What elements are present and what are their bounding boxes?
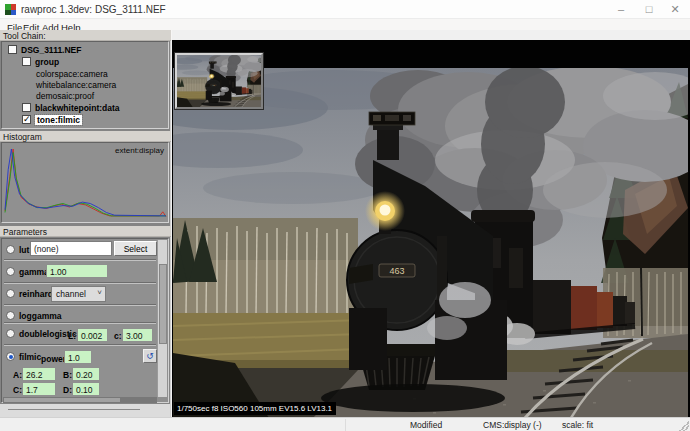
- tool-chain-header: Tool Chain:: [0, 30, 171, 41]
- title-bar: rawproc 1.3dev: DSG_3111.NEF – □ ✕: [0, 0, 690, 19]
- thumbnail-photo: [177, 55, 261, 107]
- toolchain-item-colorspace[interactable]: colorspace:camera: [36, 68, 108, 79]
- dlog-l-label: L:: [68, 331, 76, 341]
- status-scale: scale: fit: [562, 420, 593, 430]
- lut-file-input[interactable]: (none): [30, 241, 112, 256]
- reinhard-label: reinhard: [19, 289, 53, 299]
- filmic-d-field[interactable]: 0.10: [72, 382, 100, 396]
- checkbox-unchecked[interactable]: [8, 45, 17, 54]
- histogram-header: Histogram: [0, 131, 171, 142]
- histogram-curve-green: [5, 153, 166, 216]
- exif-info-overlay: 1/750sec f8 ISO560 105mm EV15.6 LV13.1: [174, 402, 336, 415]
- histogram-plot: [3, 144, 168, 221]
- loggamma-label: loggamma: [19, 311, 62, 321]
- row-divider: [4, 322, 156, 324]
- resize-grip-icon[interactable]: [679, 421, 689, 431]
- parameters-horizontal-scrollbar[interactable]: [3, 397, 157, 403]
- scrollbar-thumb[interactable]: [4, 398, 120, 402]
- bottom-scrollbar[interactable]: [8, 409, 140, 410]
- window-title: rawproc 1.3dev: DSG_3111.NEF: [21, 4, 166, 15]
- row-divider: [4, 344, 156, 346]
- row-divider: [4, 304, 156, 306]
- checkbox-checked[interactable]: ✓: [22, 115, 31, 124]
- close-button[interactable]: ✕: [664, 2, 686, 17]
- status-separator: [345, 419, 346, 431]
- radio-filmic[interactable]: [6, 352, 15, 361]
- reinhard-mode-dropdown[interactable]: channel˅: [51, 286, 106, 302]
- row-divider: [4, 259, 156, 261]
- filmic-b-label: B:: [63, 370, 72, 380]
- histogram-panel[interactable]: extent:display: [1, 142, 169, 223]
- dlog-l-field[interactable]: 0.002: [77, 328, 108, 342]
- radio-lut[interactable]: [6, 245, 15, 254]
- scrollbar-thumb[interactable]: [159, 264, 167, 344]
- reset-icon[interactable]: ↺: [143, 349, 157, 363]
- image-canvas[interactable]: 1/750sec f8 ISO560 105mm EV15.6 LV13.1: [172, 40, 690, 417]
- tool-chain-tree: DSG_3111.NEF group colorspace:camera whi…: [1, 41, 169, 129]
- minimize-button[interactable]: –: [610, 2, 632, 17]
- parameters-vertical-scrollbar[interactable]: [157, 240, 167, 397]
- histogram-curve-red: [5, 149, 166, 217]
- gamma-value-field[interactable]: 1.00: [46, 264, 108, 278]
- filmic-a-label: A:: [13, 370, 22, 380]
- status-cms: CMS:display (-): [483, 420, 542, 430]
- toolchain-item-blackwhitepoint[interactable]: blackwhitepoint:data: [22, 102, 120, 113]
- lut-label: lut: [19, 245, 29, 255]
- toolchain-item-group[interactable]: group: [22, 56, 59, 67]
- maximize-button[interactable]: □: [638, 2, 660, 17]
- radio-reinhard[interactable]: [6, 289, 15, 298]
- parameters-header: Parameters: [0, 226, 171, 237]
- parameters-panel: lut (none) Select gamma 1.00 reinhard ch…: [1, 238, 169, 403]
- rawproc-window: 463 rawproc 1.3dev: DSG_3111.NEF – □ ✕ F…: [0, 0, 690, 431]
- image-panel: 1/750sec f8 ISO560 105mm EV15.6 LV13.1: [172, 30, 690, 417]
- filmic-c-field[interactable]: 1.7: [22, 382, 56, 396]
- radio-loggamma[interactable]: [6, 311, 15, 320]
- filmic-d-label: D:: [63, 385, 72, 395]
- filmic-c-label: C:: [13, 385, 22, 395]
- radio-gamma[interactable]: [6, 267, 15, 276]
- histogram-curve-blue: [5, 149, 166, 216]
- lut-select-button[interactable]: Select: [114, 241, 157, 256]
- photo-train[interactable]: [173, 68, 688, 418]
- app-icon: [5, 4, 16, 15]
- toolchain-item-whitebalance[interactable]: whitebalance:camera: [36, 79, 116, 90]
- toolchain-item-tone-filmic[interactable]: ✓tone:filmic: [22, 114, 82, 125]
- filmic-label: filmic: [19, 352, 41, 362]
- status-bar: Modified CMS:display (-) scale: fit: [0, 417, 690, 431]
- gamma-label: gamma: [19, 267, 49, 277]
- chevron-down-icon: ˅: [97, 288, 102, 297]
- toolchain-item-file[interactable]: DSG_3111.NEF: [8, 44, 81, 55]
- navigator-thumbnail[interactable]: [175, 53, 263, 109]
- left-panel-bottom-strip: [0, 404, 170, 417]
- checkbox-unchecked[interactable]: [22, 57, 31, 66]
- dlog-c-label: c:: [114, 331, 122, 341]
- radio-doublelogistic[interactable]: [6, 329, 15, 338]
- row-divider: [4, 282, 156, 284]
- status-modified: Modified: [410, 420, 442, 430]
- filmic-power-field[interactable]: 1.0: [64, 350, 92, 364]
- filmic-a-field[interactable]: 26.2: [22, 367, 56, 381]
- left-panel: Tool Chain: DSG_3111.NEF group colorspac…: [0, 30, 171, 417]
- filmic-b-field[interactable]: 0.20: [72, 367, 100, 381]
- toolchain-item-demosaic[interactable]: demosaic:proof: [36, 90, 94, 101]
- dlog-c-field[interactable]: 3.00: [122, 328, 153, 342]
- checkbox-unchecked[interactable]: [22, 103, 31, 112]
